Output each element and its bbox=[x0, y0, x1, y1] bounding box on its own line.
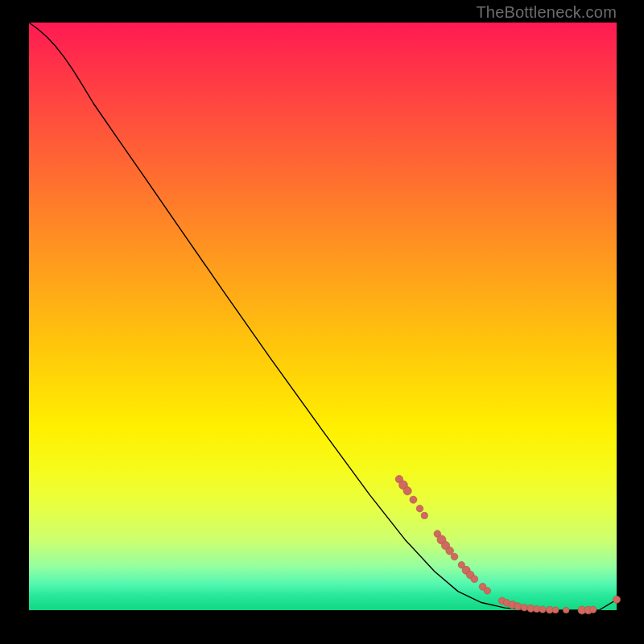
data-marker bbox=[410, 496, 417, 503]
chart-plot-area bbox=[29, 23, 617, 610]
data-marker bbox=[590, 606, 597, 613]
watermark-text: TheBottleneck.com bbox=[476, 3, 617, 22]
data-marker bbox=[552, 607, 559, 613]
data-marker bbox=[521, 604, 528, 611]
data-marker bbox=[421, 512, 427, 518]
data-marker bbox=[539, 606, 546, 613]
data-marker bbox=[484, 588, 490, 594]
data-marker bbox=[446, 547, 454, 555]
chart-svg bbox=[29, 23, 617, 610]
data-marker bbox=[403, 487, 411, 495]
data-marker bbox=[471, 576, 478, 583]
data-marker bbox=[613, 596, 620, 603]
data-marker bbox=[514, 603, 522, 610]
marker-layer bbox=[395, 476, 620, 614]
data-marker bbox=[563, 607, 569, 613]
data-marker bbox=[451, 553, 458, 560]
chart-stage: TheBottleneck.com bbox=[0, 0, 644, 644]
bottleneck-curve bbox=[29, 23, 617, 610]
data-marker bbox=[416, 505, 423, 512]
